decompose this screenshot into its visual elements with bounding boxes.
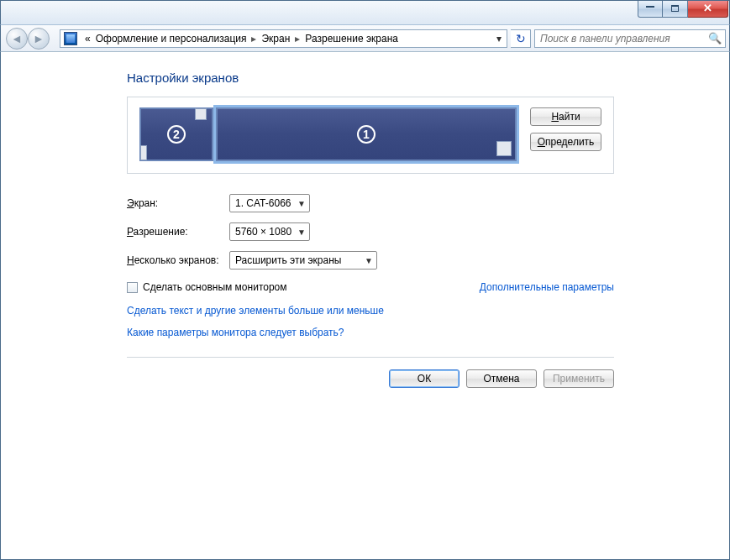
multi-value: Расширить эти экраны: [235, 254, 341, 266]
apply-button[interactable]: Применить: [544, 369, 614, 388]
display-arrangement-box: 2 1 Найти Определить: [127, 97, 614, 174]
find-button[interactable]: Найти: [530, 107, 601, 126]
label-resolution: Разрешение:: [127, 226, 229, 238]
display-value: 1. CAT-6066: [235, 197, 291, 209]
monitor-2[interactable]: 2: [139, 107, 213, 161]
window-body: Настройки экранов 2 1 Найти Определить Э…: [0, 52, 730, 560]
breadcrumb[interactable]: « Оформление и персонализация ▸ Экран ▸ …: [60, 29, 507, 48]
title-bar: ✕: [0, 0, 730, 24]
chevron-right-icon: ▸: [292, 33, 302, 44]
breadcrumb-item-2[interactable]: Экран: [259, 33, 292, 44]
search-box[interactable]: 🔍: [534, 29, 726, 48]
address-dropdown-icon[interactable]: ▾: [493, 33, 505, 44]
advanced-settings-link[interactable]: Дополнительные параметры: [480, 281, 614, 293]
minimize-button[interactable]: [638, 1, 663, 18]
search-input[interactable]: [538, 32, 708, 45]
label-display: Экран:: [127, 197, 229, 209]
breadcrumb-chevrons: «: [82, 33, 93, 44]
monitor-number: 1: [357, 125, 376, 144]
control-panel-icon: [64, 32, 77, 45]
nav-arrows: ◄ ►: [3, 27, 53, 50]
dialog-buttons: ОК Отмена Применить: [127, 357, 614, 388]
row-multi-displays: Несколько экранов: Расширить эти экраны …: [127, 251, 614, 270]
monitor-thumb-icon: [195, 108, 207, 120]
window-controls: ✕: [638, 1, 728, 18]
chevron-down-icon: ▼: [365, 256, 373, 265]
text-size-link[interactable]: Сделать текст и другие элементы больше и…: [127, 305, 384, 317]
resolution-value: 5760 × 1080: [235, 226, 291, 238]
content-area: Настройки экранов 2 1 Найти Определить Э…: [127, 71, 614, 388]
nav-bar: ◄ ► « Оформление и персонализация ▸ Экра…: [0, 24, 730, 52]
multi-displays-combo[interactable]: Расширить эти экраны ▼: [229, 251, 377, 270]
breadcrumb-item-3[interactable]: Разрешение экрана: [302, 33, 401, 44]
identify-button[interactable]: Определить: [530, 133, 601, 151]
forward-button[interactable]: ►: [28, 28, 50, 50]
label-multi: Несколько экранов:: [127, 254, 229, 266]
resolution-combo[interactable]: 5760 × 1080 ▼: [229, 222, 310, 241]
primary-monitor-label: Сделать основным монитором: [143, 281, 287, 293]
taskbar-icon: [140, 145, 147, 160]
row-resolution: Разрешение: 5760 × 1080 ▼: [127, 222, 614, 241]
search-icon[interactable]: 🔍: [708, 32, 722, 44]
chevron-down-icon: ▼: [297, 228, 306, 237]
chevron-right-icon: ▸: [249, 33, 259, 44]
monitor-canvas[interactable]: 2 1: [139, 107, 517, 161]
close-button[interactable]: ✕: [688, 1, 728, 18]
ok-button[interactable]: ОК: [389, 369, 460, 388]
breadcrumb-item-1[interactable]: Оформление и персонализация: [93, 33, 249, 44]
cancel-button[interactable]: Отмена: [466, 369, 537, 388]
which-monitor-link[interactable]: Какие параметры монитора следует выбрать…: [127, 327, 344, 338]
primary-monitor-checkbox[interactable]: [127, 282, 138, 293]
display-combo[interactable]: 1. CAT-6066 ▼: [229, 194, 310, 212]
maximize-button[interactable]: [663, 1, 688, 18]
arrange-buttons: Найти Определить: [530, 107, 601, 151]
page-title: Настройки экранов: [127, 71, 614, 85]
monitor-1[interactable]: 1: [216, 107, 517, 161]
refresh-button[interactable]: ↻: [511, 29, 531, 48]
row-primary-checkbox: Сделать основным монитором Дополнительны…: [127, 281, 614, 293]
row-display: Экран: 1. CAT-6066 ▼: [127, 194, 614, 212]
back-button[interactable]: ◄: [6, 28, 28, 50]
chevron-down-icon: ▼: [297, 199, 306, 208]
monitor-number: 2: [167, 125, 186, 144]
taskbar-icon: [496, 141, 512, 156]
